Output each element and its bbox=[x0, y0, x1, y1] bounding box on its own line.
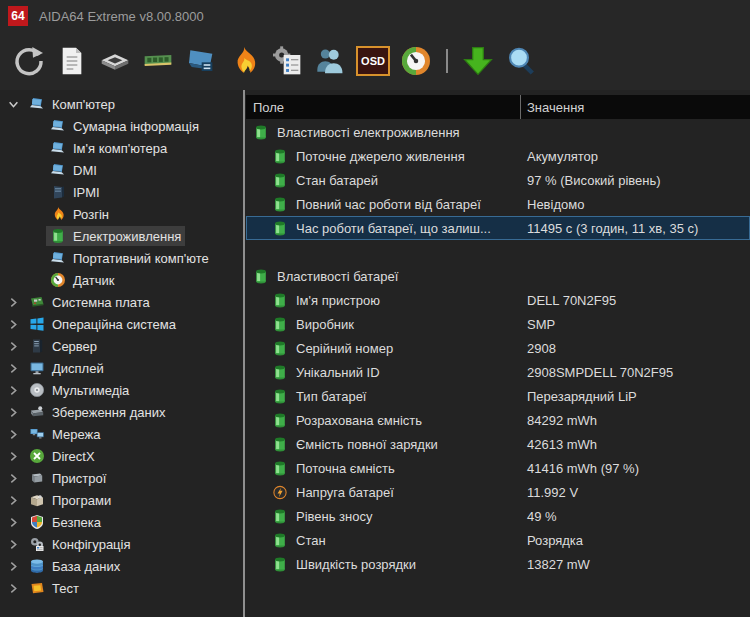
programs-icon bbox=[29, 492, 45, 508]
chevron-right-icon[interactable] bbox=[8, 538, 25, 550]
sidebar-item-label: Сервер bbox=[52, 339, 97, 354]
table-section-row[interactable]: Властивості електроживлення bbox=[246, 120, 750, 144]
preferences-button[interactable] bbox=[270, 44, 304, 78]
column-header-field[interactable]: Поле bbox=[253, 95, 284, 119]
cpu-button[interactable] bbox=[98, 44, 132, 78]
sidebar-item-label: Збереження даних bbox=[52, 405, 165, 420]
chevron-right-icon[interactable] bbox=[8, 516, 25, 528]
table-row[interactable]: Розрахована ємність84292 mWh bbox=[246, 408, 750, 432]
chevron-right-icon[interactable] bbox=[8, 582, 25, 594]
sidebar-item-test[interactable]: Тест bbox=[0, 577, 243, 599]
table-row[interactable]: Стан батарей97 % (Високий рівень) bbox=[246, 168, 750, 192]
sidebar-item-devices[interactable]: Пристрої bbox=[0, 467, 243, 489]
table-row[interactable]: ВиробникSMP bbox=[246, 312, 750, 336]
title-bar: 64 AIDA64 Extreme v8.00.8000 bbox=[0, 0, 750, 32]
laptop-icon bbox=[50, 162, 66, 178]
sidebar-item-dmi[interactable]: DMI bbox=[0, 159, 243, 181]
sidebar-item-os[interactable]: Операційна система bbox=[0, 313, 243, 335]
sidebar-item-content: Дисплей bbox=[25, 358, 108, 378]
sidebar-item-display[interactable]: Дисплей bbox=[0, 357, 243, 379]
chevron-down-icon[interactable] bbox=[8, 98, 25, 110]
chevron-right-icon[interactable] bbox=[8, 428, 25, 440]
chevron-right-icon[interactable] bbox=[8, 318, 25, 330]
sidebar-item-motherboard[interactable]: Системна плата bbox=[0, 291, 243, 313]
table-row[interactable]: Час роботи батареї, що залиш...11495 с (… bbox=[246, 216, 750, 240]
table-row[interactable]: Серійний номер2908 bbox=[246, 336, 750, 360]
chevron-right-icon[interactable] bbox=[8, 296, 25, 308]
sidebar-item-programs[interactable]: Програми bbox=[0, 489, 243, 511]
table-row[interactable]: Повний час роботи від батареїНевідомо bbox=[246, 192, 750, 216]
sidebar-item-label: Електроживлення bbox=[73, 229, 181, 244]
sidebar-item-portable[interactable]: Портативний комп'юте bbox=[0, 247, 243, 269]
chevron-right-icon[interactable] bbox=[8, 450, 25, 462]
field-cell: Стан батарей bbox=[296, 173, 378, 188]
table-row[interactable]: Ім'я пристроюDELL 70N2F95 bbox=[246, 288, 750, 312]
field-cell: Властивості електроживлення bbox=[277, 125, 460, 140]
battery-icon bbox=[273, 316, 287, 333]
sidebar-item-computer[interactable]: Комп'ютер bbox=[0, 93, 243, 115]
table-row[interactable]: Ємність повної зарядки42613 mWh bbox=[246, 432, 750, 456]
table-row[interactable]: СтанРозрядка bbox=[246, 528, 750, 552]
report-button[interactable] bbox=[55, 44, 89, 78]
sidebar-item-storage[interactable]: Збереження даних bbox=[0, 401, 243, 423]
laptop-icon bbox=[50, 118, 66, 134]
chevron-right-icon[interactable] bbox=[8, 340, 25, 352]
sidebar-item-ipmi[interactable]: IPMI bbox=[0, 181, 243, 203]
sidebar-item-power[interactable]: Електроживлення bbox=[0, 225, 243, 247]
sidebar-item-content: Мультимедіа bbox=[25, 380, 133, 400]
sidebar-item-label: Безпека bbox=[52, 515, 101, 530]
table-row[interactable]: Швидкість розрядки13827 mW bbox=[246, 552, 750, 576]
osd-button[interactable]: OSD bbox=[356, 44, 390, 78]
battery-icon bbox=[273, 220, 287, 237]
users-button[interactable] bbox=[313, 44, 347, 78]
sidebar-item-multimedia[interactable]: Мультимедіа bbox=[0, 379, 243, 401]
sidebar-item-database[interactable]: База даних bbox=[0, 555, 243, 577]
chevron-right-icon[interactable] bbox=[8, 406, 25, 418]
value-cell: DELL 70N2F95 bbox=[527, 293, 616, 308]
sidebar-item-sensor[interactable]: Датчик bbox=[0, 269, 243, 291]
field-cell: Час роботи батареї, що залиш... bbox=[296, 221, 491, 236]
chevron-right-icon[interactable] bbox=[8, 362, 25, 374]
sidebar-item-content: Датчик bbox=[46, 270, 118, 290]
network-icon bbox=[29, 426, 45, 442]
table-row[interactable]: Напруга батареї11.992 V bbox=[246, 480, 750, 504]
update-button[interactable] bbox=[461, 44, 495, 78]
chevron-right-icon[interactable] bbox=[8, 472, 25, 484]
sidebar-item-label: Операційна система bbox=[52, 317, 176, 332]
chevron-right-icon[interactable] bbox=[8, 494, 25, 506]
table-row[interactable]: Рівень зносу49 % bbox=[246, 504, 750, 528]
table-section-row[interactable]: Властивості батареї bbox=[246, 264, 750, 288]
gauge-button[interactable] bbox=[399, 44, 433, 78]
table-row[interactable]: Поточна ємність41416 mWh (97 %) bbox=[246, 456, 750, 480]
sidebar-item-security[interactable]: Безпека bbox=[0, 511, 243, 533]
table-row[interactable]: Унікальний ID2908SMPDELL 70N2F95 bbox=[246, 360, 750, 384]
field-cell: Швидкість розрядки bbox=[296, 557, 416, 572]
chevron-right-icon[interactable] bbox=[8, 560, 25, 572]
field-cell: Виробник bbox=[296, 317, 354, 332]
sidebar-item-directx[interactable]: DirectX bbox=[0, 445, 243, 467]
memory-button[interactable] bbox=[141, 44, 175, 78]
table-row[interactable]: Поточне джерело живленняАкумулятор bbox=[246, 144, 750, 168]
sidebar-item-overclock[interactable]: Розгін bbox=[0, 203, 243, 225]
osd-icon: OSD bbox=[356, 46, 390, 76]
sidebar-item-network[interactable]: Мережа bbox=[0, 423, 243, 445]
column-header-value[interactable]: Значення bbox=[520, 95, 750, 119]
chevron-right-icon[interactable] bbox=[8, 384, 25, 396]
sidebar-item-label: Розгін bbox=[73, 207, 109, 222]
sidebar-item-computer-name[interactable]: Ім'я комп'ютера bbox=[0, 137, 243, 159]
battery-icon bbox=[273, 388, 287, 405]
search-button[interactable] bbox=[504, 44, 538, 78]
refresh-button[interactable] bbox=[12, 44, 46, 78]
sidebar-item-summary[interactable]: Сумарна інформація bbox=[0, 115, 243, 137]
battery-icon bbox=[273, 460, 287, 477]
table-header: Поле Значення bbox=[246, 95, 750, 119]
video-button[interactable] bbox=[184, 44, 218, 78]
value-cell: 42613 mWh bbox=[527, 437, 597, 452]
battery-icon bbox=[50, 228, 66, 244]
sidebar-item-content: Операційна система bbox=[25, 314, 180, 334]
table-row[interactable]: Тип батареїПерезарядний LiP bbox=[246, 384, 750, 408]
burn-button[interactable] bbox=[227, 44, 261, 78]
sidebar-item-config[interactable]: Конфігурація bbox=[0, 533, 243, 555]
sidebar-item-label: Комп'ютер bbox=[52, 97, 115, 112]
sidebar-item-server[interactable]: Сервер bbox=[0, 335, 243, 357]
